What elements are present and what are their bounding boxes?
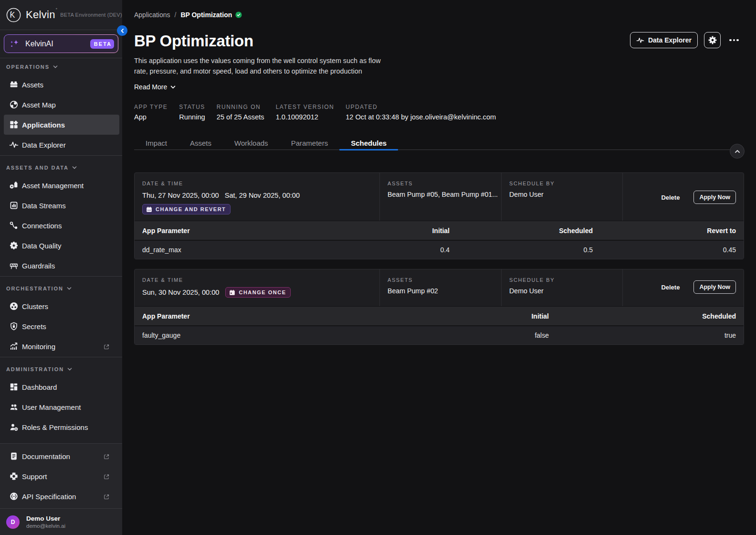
sidebar-item-asset-map[interactable]: Asset Map [4,95,119,115]
asset-management-icon [9,181,19,190]
table-row: faulty_gauge false true [135,326,744,344]
meta-value: Running [179,113,205,121]
route-icon [9,221,19,230]
sidebar-item-label: Connections [22,222,62,230]
section-header-assets-and-data[interactable]: ASSETS AND DATA [0,163,122,172]
breadcrumb-current: BP Optimization [180,11,232,19]
chevron-down-icon [53,65,58,69]
calendar-icon [146,206,152,213]
sidebar-collapse-button[interactable] [117,25,127,36]
section-header-operations[interactable]: OPERATIONS [0,63,122,71]
sidebar-item-applications[interactable]: Applications [4,115,119,135]
meta-value: 12 Oct at 0:33:48 by jose.oliveira@kelvi… [346,113,496,121]
app-description: This application uses the values coming … [134,56,401,76]
section-orchestration: ORCHESTRATION [0,277,122,357]
card-schedule-by-col: SCHEDULE BY Demo User [501,269,622,306]
read-more-label: Read More [134,83,167,91]
chevron-up-icon [734,149,741,154]
tab-schedules[interactable]: Schedules [339,139,398,150]
schedule-by-value: Demo User [509,287,615,295]
settings-button[interactable] [704,32,721,48]
meta-label: STATUS [179,104,205,110]
document-icon [9,451,19,461]
app-meta: APP TYPE App STATUS Running RUNNING ON 2… [134,104,744,121]
sidebar-item-label: Guardrails [22,262,55,270]
sidebar-item-user-management[interactable]: User Management [4,397,119,417]
tab-impact[interactable]: Impact [134,139,178,150]
badge-label: CHANGE AND REVERT [156,206,226,212]
assets-label: ASSETS [388,277,498,283]
table-header: App Parameter Initial Scheduled Revert t… [135,221,744,241]
breadcrumb-applications[interactable]: Applications [134,11,170,19]
sidebar-item-support[interactable]: Support [4,466,119,486]
sidebar-item-data-quality[interactable]: Data Quality [4,235,119,256]
card-date-col: DATE & TIME Sun, 30 Nov 2025, 00:00 [135,269,379,306]
sidebar-item-guardrails[interactable]: Guardrails [4,256,119,276]
section-administration: ADMINISTRATION [0,357,122,438]
badge-label: CHANGE ONCE [239,288,286,297]
external-link-icon [103,343,109,350]
sidebar-item-data-streams[interactable]: Data Streams [4,195,119,215]
read-more-toggle[interactable]: Read More [134,83,176,91]
section-label: ASSETS AND DATA [6,165,69,171]
meta-app-type: APP TYPE App [134,104,168,121]
header-actions: Data Explorer [630,32,740,48]
meta-value: 1.0.10092012 [276,113,335,121]
schedule-by-value: Demo User [509,191,615,198]
brand-header: K Kelvin◦ BETA Environment (DEV) [0,0,122,30]
kelvinai-beta-badge: BETA [90,39,114,49]
sidebar-item-secrets[interactable]: Secrets [4,316,119,336]
card-actions-col: Delete Apply Now [622,173,744,221]
card-schedule-by-col: SCHEDULE BY Demo User [501,173,622,221]
section-header-orchestration[interactable]: ORCHESTRATION [0,284,122,293]
schedule-by-label: SCHEDULE BY [509,277,615,283]
dot [736,39,739,42]
globe-icon [9,100,19,109]
meta-label: RUNNING ON [217,104,264,110]
user-card[interactable]: D Demo User demo@kelvin.ai [0,508,122,535]
kelvinai-button[interactable]: KelvinAI BETA [4,34,118,53]
sidebar-item-clusters[interactable]: Clusters [4,296,119,316]
sidebar-nav: OPERATIONS Asse [0,58,122,443]
data-explorer-button[interactable]: Data Explorer [630,32,698,48]
api-braces-icon [9,492,19,501]
tab-workloads[interactable]: Workloads [223,139,280,150]
user-gear-icon [9,422,19,432]
sidebar-item-dashboard[interactable]: Dashboard [4,377,119,397]
assets-label: ASSETS [388,180,498,187]
more-options-button[interactable] [728,32,740,48]
avatar: D [6,515,20,529]
schedule-cards: DATE & TIME Thu, 27 Nov 2025, 00:00 Sat,… [134,172,744,345]
chevron-left-icon [120,28,125,33]
sidebar-item-label: Data Quality [22,242,62,250]
sidebar-item-api-specification[interactable]: API Specification [4,486,119,506]
apply-now-button[interactable]: Apply Now [693,191,736,204]
sidebar-item-data-explorer[interactable]: Data Explorer [4,135,119,155]
schedule-card-1: DATE & TIME Thu, 27 Nov 2025, 00:00 Sat,… [134,172,744,259]
sidebar-item-connections[interactable]: Connections [4,215,119,235]
meta-value: 25 of 25 Assets [217,113,264,121]
sidebar-item-label: Roles & Permissions [22,423,88,431]
schedule-card-2: DATE & TIME Sun, 30 Nov 2025, 00:00 [134,269,744,345]
sidebar-item-documentation[interactable]: Documentation [4,446,119,466]
param-scheduled: true [556,332,744,339]
sidebar-item-asset-management[interactable]: Asset Management [4,175,119,195]
assets-icon [9,80,19,89]
date-start: Sun, 30 Nov 2025, 00:00 [142,288,219,297]
scroll-to-top-button[interactable] [730,144,745,159]
sidebar-item-assets[interactable]: Assets [4,75,119,95]
tab-parameters[interactable]: Parameters [280,139,340,150]
section-header-administration[interactable]: ADMINISTRATION [0,365,122,374]
sidebar-item-label: Support [22,472,47,481]
delete-button[interactable]: Delete [656,191,684,204]
chevron-down-icon [67,367,72,371]
param-revert-to: 0.45 [600,246,744,254]
shield-lock-icon [9,321,19,331]
sidebar-item-roles-permissions[interactable]: Roles & Permissions [4,417,119,437]
sidebar-item-monitoring[interactable]: Monitoring [4,336,119,356]
svg-text:K: K [10,11,15,19]
sidebar-item-label: Monitoring [22,342,55,351]
delete-button[interactable]: Delete [656,281,684,294]
apply-now-button[interactable]: Apply Now [693,280,736,294]
tab-assets[interactable]: Assets [178,139,223,150]
